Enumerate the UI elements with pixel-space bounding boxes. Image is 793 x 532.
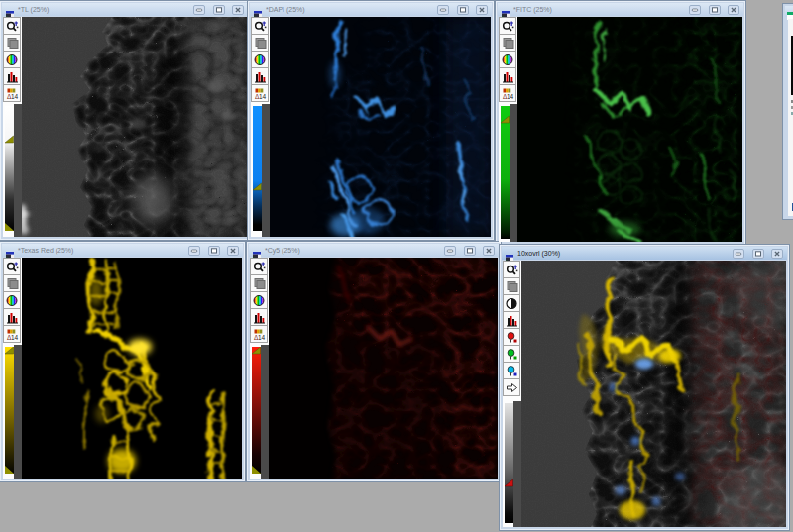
svg-text:14: 14: [507, 93, 514, 100]
svg-text:14: 14: [11, 334, 19, 341]
svg-text:14: 14: [259, 93, 267, 100]
svg-text:14: 14: [258, 334, 266, 341]
svg-text:14: 14: [11, 93, 19, 100]
